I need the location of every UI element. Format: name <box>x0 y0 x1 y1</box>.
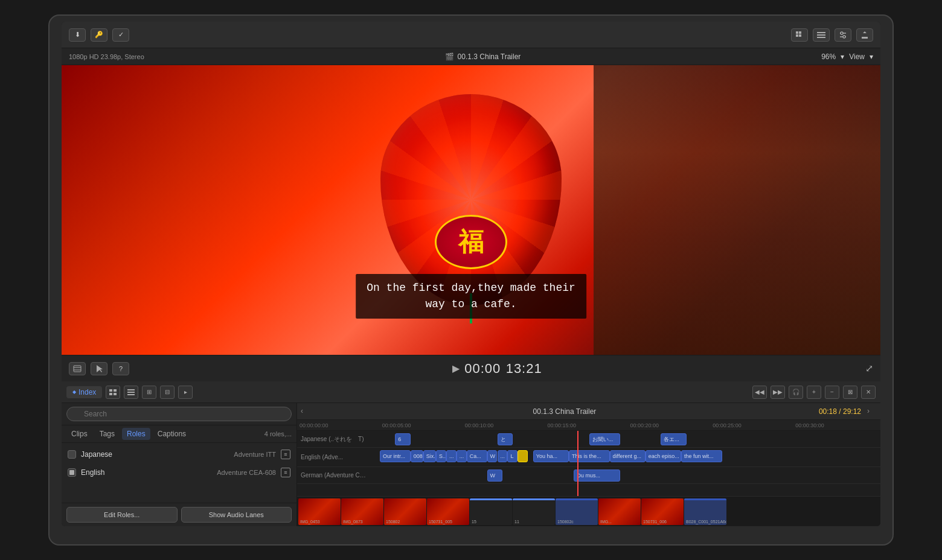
clip-en-fun[interactable]: the fun wit... <box>681 450 722 462</box>
track-row-german: German (Adventure CEA-608) W Du mus... <box>297 467 880 484</box>
timescale-mark-3: 00:00:15:00 <box>548 422 630 428</box>
tab-tags[interactable]: Tags <box>95 428 120 440</box>
track-clips-japanese: 6 と お聞い... 各エ... <box>370 431 880 447</box>
clip-de-du[interactable]: Du mus... <box>574 469 620 482</box>
filmstrip-item-9[interactable]: B028_C001_0521A6cs <box>684 498 726 525</box>
zoom-out-btn[interactable]: − <box>825 386 839 399</box>
filmstrip-item-2[interactable]: 150802 <box>384 498 426 525</box>
track-row-english: English (Adve... Our intr... 008 Six... … <box>297 448 880 467</box>
tab-clips[interactable]: Clips <box>66 428 92 440</box>
clip-view-toggle[interactable] <box>69 362 86 375</box>
filmstrip-item-8[interactable]: 150731_006 <box>641 498 684 525</box>
clip-en-you[interactable]: You ha... <box>533 450 569 462</box>
role-item-japanese: Japanese Adventure ITT ≡ <box>62 445 296 463</box>
timeline-toolbar: Index ⊞ ⊟ ▸ ◀◀ ▶▶ <box>62 381 880 403</box>
clip-en-s[interactable]: S... <box>436 450 446 462</box>
clip-en-w[interactable]: W <box>487 450 498 462</box>
role-icon-english[interactable]: ≡ <box>281 468 290 477</box>
tl-btn-4[interactable]: ⊟ <box>160 386 175 399</box>
clip-en-l[interactable]: L <box>507 450 517 462</box>
audio-btn[interactable]: 🎧 <box>789 386 803 399</box>
clip-ja-4[interactable]: 各エ... <box>661 433 686 445</box>
svg-rect-4 <box>817 32 825 33</box>
filmstrip-item-3[interactable]: 150731_005 <box>427 498 469 525</box>
clip-en-yellow[interactable] <box>517 450 528 462</box>
edit-roles-button[interactable]: Edit Roles... <box>66 507 178 523</box>
clip-en-ca[interactable]: Ca... <box>467 450 487 462</box>
role-checkbox-japanese[interactable] <box>68 450 76 459</box>
clip-en-each[interactable]: each episo... <box>646 450 681 462</box>
tl-btn-1[interactable] <box>106 386 120 399</box>
filmstrip-item-4[interactable]: 15 <box>470 498 512 525</box>
key-button[interactable]: 🔑 <box>91 28 107 42</box>
clip-en-d3[interactable]: ... <box>498 450 508 462</box>
clip-en-008[interactable]: 008 <box>411 450 423 462</box>
play-button-icon[interactable]: ▶ <box>452 363 460 374</box>
tab-captions[interactable]: Captions <box>153 428 191 440</box>
filmstrip-item-7[interactable]: IMG... <box>598 498 641 525</box>
close-tl-btn[interactable]: ✕ <box>861 386 876 399</box>
clip-en-six[interactable]: Six... <box>423 450 436 462</box>
tab-roles[interactable]: Roles <box>122 428 150 440</box>
svg-rect-16 <box>114 389 117 392</box>
clip-de-w[interactable]: W <box>487 469 502 482</box>
nav-fwd[interactable]: ▶▶ <box>771 386 785 399</box>
index-button[interactable]: Index <box>66 386 102 398</box>
filmstrip-label-4: 15 <box>472 520 476 524</box>
tl-btn-3[interactable]: ⊞ <box>142 386 156 399</box>
lock-btn[interactable]: ⊠ <box>843 386 857 399</box>
clip-ja-1[interactable]: 6 <box>395 433 410 445</box>
filmstrip-item-5[interactable]: 11 <box>513 498 555 525</box>
svg-rect-5 <box>817 34 825 36</box>
show-audio-lanes-button[interactable]: Show Audio Lanes <box>181 507 292 523</box>
svg-rect-15 <box>109 389 112 392</box>
clip-en-d1[interactable]: ... <box>446 450 457 462</box>
zoom-in-btn[interactable]: + <box>807 386 821 399</box>
track-label-german: German (Adventure CEA-608) <box>297 472 370 479</box>
view-chevron-icon[interactable]: ▾ <box>870 52 873 61</box>
clip-en-intro[interactable]: Our intr... <box>380 450 411 462</box>
help-button[interactable]: ? <box>112 362 129 375</box>
filmstrip-label-3: 150731_005 <box>429 520 452 524</box>
share-button[interactable] <box>856 28 873 42</box>
clip-en-diff[interactable]: different g... <box>610 450 646 462</box>
tabs-row: Clips Tags Roles Captions 4 roles,... <box>62 425 296 443</box>
clip-en-d2[interactable]: ... <box>457 450 467 462</box>
nav-back-arrow[interactable]: ‹ <box>301 407 310 416</box>
role-checkbox-english[interactable] <box>68 468 76 477</box>
check-button[interactable]: ✓ <box>112 28 129 42</box>
search-wrap: 🔍 <box>66 407 292 421</box>
timescale-mark-6: 00:00:30:00 <box>795 422 878 428</box>
zoom-level[interactable]: 96% <box>821 52 836 61</box>
svg-rect-2 <box>796 34 798 37</box>
subtitle-overlay: On the first day,they made their way to … <box>356 274 586 319</box>
view-button[interactable]: View <box>849 52 865 61</box>
clip-en-this[interactable]: This is the... <box>569 450 610 462</box>
zoom-chevron-icon[interactable]: ▾ <box>841 52 844 61</box>
import-button[interactable]: ⬇ <box>69 28 86 42</box>
tool-arrow[interactable]: ▸ <box>178 386 193 399</box>
clip-ja-2[interactable]: と <box>498 433 513 445</box>
search-input[interactable] <box>66 407 292 421</box>
screen: ⬇ 🔑 ✓ <box>62 22 880 526</box>
filmstrip-item-0[interactable]: IMG_0453 <box>298 498 341 525</box>
list-button[interactable] <box>813 28 830 42</box>
clip-ja-3[interactable]: お聞い... <box>589 433 620 445</box>
sliders-button[interactable] <box>835 28 851 42</box>
svg-rect-0 <box>796 31 798 34</box>
subtitle-line2: way to a cafe. <box>425 298 516 310</box>
nav-back[interactable]: ◀◀ <box>752 386 767 399</box>
grid-button[interactable] <box>791 28 808 42</box>
main-content: 福 On the first day,they made their way t… <box>62 65 880 355</box>
nav-fwd-arrow[interactable]: › <box>867 407 877 416</box>
filmstrip-item-1[interactable]: IMG_0873 <box>341 498 383 525</box>
expand-button[interactable]: ⤢ <box>865 363 873 374</box>
role-icon-japanese[interactable]: ≡ <box>281 450 290 459</box>
tool-select[interactable] <box>91 362 107 375</box>
toolbar-left: ⬇ 🔑 ✓ <box>69 28 129 42</box>
svg-rect-21 <box>127 394 135 395</box>
timescale-mark-5: 00:00:25:00 <box>713 422 795 428</box>
tl-btn-2[interactable] <box>124 386 138 399</box>
filmstrip-label-9: B028_C001_0521A6cs <box>686 520 726 524</box>
filmstrip-item-6[interactable]: 150802c <box>556 498 598 525</box>
